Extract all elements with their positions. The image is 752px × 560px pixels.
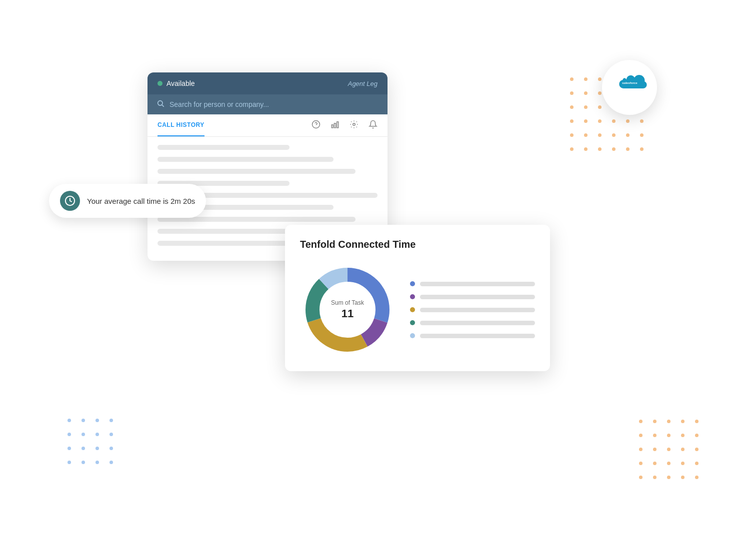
dot	[96, 461, 99, 464]
legend-item	[410, 281, 535, 286]
dot	[653, 448, 656, 451]
page-container: salesforce Available Agent Leg Search fo…	[0, 0, 752, 560]
dot	[681, 476, 684, 479]
notification-bubble: Your average call time is 2m 20s	[49, 184, 206, 218]
legend-bar	[420, 321, 535, 325]
donut-label: Sum of Task 11	[331, 299, 364, 320]
dot	[82, 461, 85, 464]
dot	[640, 119, 644, 123]
svg-rect-5	[332, 124, 333, 127]
dot	[695, 434, 698, 437]
dot	[82, 447, 85, 450]
search-bar[interactable]: Search for person or company...	[148, 94, 388, 114]
dot	[584, 77, 588, 81]
dot	[640, 147, 644, 151]
dot	[626, 147, 630, 151]
skeleton-line	[158, 145, 290, 150]
skeleton-line	[158, 157, 334, 162]
clock-circle	[60, 191, 80, 211]
dot	[584, 105, 588, 109]
dot	[96, 419, 99, 422]
dot	[570, 105, 574, 109]
dot	[570, 77, 574, 81]
dot	[68, 461, 71, 464]
dot	[68, 447, 71, 450]
dot	[639, 476, 642, 479]
available-label: Available	[166, 79, 195, 87]
dot	[570, 91, 574, 95]
dot	[667, 434, 670, 437]
dot	[667, 420, 670, 423]
dot	[598, 147, 602, 151]
dot	[584, 147, 588, 151]
dot	[110, 419, 113, 422]
dot	[570, 133, 574, 137]
dot	[695, 448, 698, 451]
search-placeholder: Search for person or company...	[170, 100, 269, 108]
legend-dot-gold	[410, 307, 415, 312]
dot	[584, 119, 588, 123]
legend-bar	[420, 295, 535, 299]
dot	[82, 433, 85, 436]
dot	[695, 420, 698, 423]
dot	[653, 420, 656, 423]
svg-point-8	[353, 123, 356, 125]
dot	[681, 434, 684, 437]
available-indicator: Available	[158, 79, 195, 87]
skeleton-line	[158, 229, 290, 234]
dot	[96, 447, 99, 450]
question-icon[interactable]	[312, 120, 320, 131]
dot	[667, 448, 670, 451]
svg-rect-7	[337, 121, 338, 127]
donut-center-label: Sum of Task	[331, 299, 364, 307]
dot	[68, 419, 71, 422]
dot	[695, 462, 698, 465]
dot	[639, 462, 642, 465]
dot	[110, 447, 113, 450]
dot	[570, 119, 574, 123]
available-dot	[158, 81, 162, 86]
chart-icon[interactable]	[330, 120, 340, 131]
nav-icons	[312, 120, 378, 131]
analytics-title: Tenfold Connected Time	[300, 239, 535, 250]
gear-icon[interactable]	[350, 120, 358, 131]
legend-list	[410, 281, 535, 338]
dot	[110, 461, 113, 464]
bell-icon[interactable]	[368, 120, 378, 131]
legend-item	[410, 307, 535, 312]
dot	[626, 133, 630, 137]
call-panel-header: Available Agent Leg	[148, 72, 388, 94]
search-icon	[156, 99, 164, 109]
dot	[110, 433, 113, 436]
legend-item	[410, 333, 535, 338]
donut-center-num: 11	[331, 307, 364, 320]
dot	[653, 462, 656, 465]
dot	[570, 147, 574, 151]
svg-point-1	[158, 101, 162, 105]
dot	[584, 133, 588, 137]
analytics-content: Sum of Task 11	[300, 262, 535, 357]
legend-item	[410, 294, 535, 299]
dot	[667, 476, 670, 479]
legend-dot-lightblue	[410, 333, 415, 338]
tab-call-history[interactable]: CALL HISTORY	[158, 114, 204, 136]
dot-grid-orange-bottom	[639, 420, 702, 483]
dot	[598, 91, 602, 95]
dot	[653, 476, 656, 479]
dot	[612, 119, 616, 123]
dot	[681, 448, 684, 451]
dot	[598, 77, 602, 81]
dot	[667, 462, 670, 465]
salesforce-logo: salesforce	[602, 60, 657, 115]
skeleton-line	[158, 169, 356, 174]
dot	[695, 476, 698, 479]
legend-dot-purple	[410, 294, 415, 299]
dot	[612, 133, 616, 137]
dot	[68, 433, 71, 436]
dot	[612, 147, 616, 151]
dot	[598, 105, 602, 109]
analytics-panel: Tenfold Connected Time	[285, 225, 550, 371]
dot	[639, 420, 642, 423]
legend-bar	[420, 308, 535, 312]
svg-text:salesforce: salesforce	[622, 81, 638, 85]
